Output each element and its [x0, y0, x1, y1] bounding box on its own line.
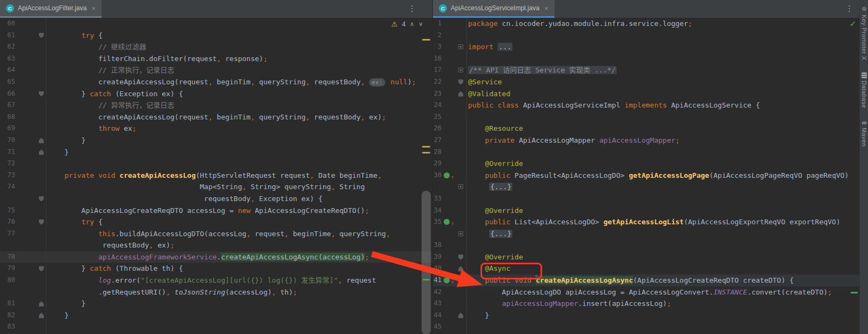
code-line[interactable]: + {...}	[433, 181, 860, 193]
code-line[interactable]: 2	[433, 30, 860, 42]
code-line[interactable]: 83	[0, 321, 432, 333]
code-line[interactable]: 63 filterChain.doFilter(request, respons…	[0, 53, 432, 65]
code-line[interactable]: 75 ApiAccessLogCreateReqDTO accessLog = …	[0, 205, 432, 217]
code-line[interactable]: 78 apiAccessLogFrameworkService.createAp…	[0, 251, 432, 263]
fold-close-icon[interactable]	[458, 313, 463, 318]
code-line[interactable]: 42 ApiAccessLogDO apiAccessLog = ApiAcce…	[433, 286, 860, 298]
warning-stripe-mark[interactable]	[422, 146, 430, 148]
code-line[interactable]: 73 private void createApiAccessLog(HttpS…	[0, 170, 432, 182]
more-icon[interactable]: ⋮	[845, 4, 853, 14]
close-icon[interactable]: ×	[91, 4, 96, 12]
fold-close-icon[interactable]	[39, 301, 44, 306]
fold-close-icon[interactable]	[458, 266, 463, 271]
code-line[interactable]: requestBody, Exception ex) {	[0, 193, 432, 205]
code-line[interactable]: 72	[0, 158, 432, 170]
fold-close-icon[interactable]	[39, 313, 44, 318]
fold-open-icon[interactable]	[39, 196, 44, 202]
tool-window-stripe: ⊚ Key Promoter X Database m Maven	[859, 0, 868, 334]
code-line[interactable]: 43 apiAccessLogMapper.insert(apiAccessLo…	[433, 298, 860, 310]
code-line[interactable]: 69 throw ex;	[0, 123, 432, 135]
scrollbar-thumb[interactable]	[422, 191, 431, 334]
code-line[interactable]: 39 @Override	[433, 251, 860, 263]
code-line[interactable]: 34 @Override	[433, 205, 860, 217]
code-token	[94, 171, 98, 179]
code-line[interactable]: 44 }	[433, 310, 860, 322]
code-line[interactable]: .getRequestURI(), toJsonString(accessLog…	[0, 286, 432, 298]
code-line[interactable]: 64 // 正常执行，记录日志	[0, 64, 432, 76]
code-line[interactable]: 76 try {	[0, 216, 432, 228]
code-line[interactable]: 61 try {	[0, 30, 432, 42]
fold-close-icon[interactable]	[39, 150, 44, 155]
left-editor[interactable]: 6061 try {62 // 继续过滤器63 filterChain.doFi…	[0, 18, 432, 334]
fold-open-icon[interactable]	[458, 255, 463, 260]
code-line[interactable]: 80 log.error("[createApiAccessLog][url({…	[0, 275, 432, 286]
tab-apiaccesslogfilter[interactable]: C ApiAccessLogFilter.java ×	[0, 0, 102, 16]
code-line[interactable]: 71 }	[0, 146, 432, 158]
fold-open-icon[interactable]	[39, 33, 44, 38]
line-number: 1	[433, 18, 442, 30]
code-line[interactable]: 67 // 异常执行，记录日志	[0, 99, 432, 111]
code-line[interactable]: 33	[433, 193, 860, 205]
change-stripe-mark[interactable]	[851, 292, 858, 293]
code-line[interactable]: 68 createApiAccessLog(request, beginTim,…	[0, 111, 432, 123]
inspection-widget[interactable]: ⚠ 4 ∧ ∨	[391, 20, 423, 28]
code-line[interactable]: 65 createApiAccessLog(request, beginTim,…	[0, 76, 432, 88]
code-line[interactable]: 27 private ApiAccessLogMapper apiAccessL…	[433, 135, 860, 146]
code-line[interactable]: 30↑ public PageResult<ApiAccessLogDO> ge…	[433, 170, 860, 182]
override-method-icon[interactable]	[444, 277, 450, 283]
warning-stripe-mark[interactable]	[422, 152, 430, 153]
change-stripe-mark[interactable]	[423, 279, 430, 280]
tab-apiaccesslogserviceimpl[interactable]: C ApiAccessLogServiceImpl.java ×	[433, 0, 555, 16]
tool-item-database[interactable]: Database	[860, 72, 868, 108]
tool-item-key-promoter-x[interactable]: ⊚ Key Promoter X	[860, 5, 868, 61]
right-editor[interactable]: 1package cn.iocoder.yudao.module.infra.s…	[433, 18, 860, 334]
close-icon[interactable]: ×	[544, 4, 549, 12]
override-method-icon[interactable]	[444, 219, 450, 225]
code-line[interactable]: 74 Map<String, String> queryString, Stri…	[0, 181, 432, 193]
tool-item-maven[interactable]: m Maven	[860, 119, 868, 147]
code-line[interactable]: 29 @Override	[433, 158, 860, 170]
code-line[interactable]: 60	[0, 18, 432, 30]
code-line[interactable]: 22@Service	[433, 76, 860, 88]
more-icon[interactable]: ⋮	[408, 4, 416, 14]
code-line[interactable]: + {...}	[433, 228, 860, 240]
fold-close-icon[interactable]	[458, 91, 463, 97]
override-method-icon[interactable]	[444, 172, 450, 178]
right-editor-pane: C ApiAccessLogServiceImpl.java × ⋮ 1pack…	[432, 0, 860, 334]
code-line[interactable]: 45	[433, 321, 860, 333]
code-line[interactable]: 79 } catch (Throwable th) {	[0, 263, 432, 275]
code-line[interactable]: 17+/** API 访问日志 Service 实现类 ...*/	[433, 64, 860, 76]
code-line[interactable]: 28	[433, 146, 860, 158]
code-line[interactable]: 3+import ...	[433, 41, 860, 53]
code-line[interactable]: 26 @Resource	[433, 123, 860, 135]
fold-close-icon[interactable]	[39, 138, 44, 143]
inspection-ok-icon: ✓	[850, 19, 857, 29]
code-line[interactable]: 35↑ public List<ApiAccessLogDO> getApiAc…	[433, 216, 860, 228]
code-line[interactable]: 70 }	[0, 135, 432, 146]
fold-expand-icon[interactable]: +	[458, 44, 463, 49]
code-line[interactable]: 77 this.buildApiAccessLogDTO(accessLog, …	[0, 228, 432, 240]
code-line[interactable]: 25	[433, 111, 860, 123]
code-line[interactable]: requestBody, ex);	[0, 239, 432, 251]
fold-expand-icon[interactable]: +	[458, 231, 463, 236]
code-line[interactable]: 82 }	[0, 310, 432, 322]
code-line[interactable]: 38	[433, 239, 860, 251]
fold-open-icon[interactable]	[39, 91, 44, 97]
fold-expand-icon[interactable]: +	[458, 184, 463, 189]
code-line[interactable]: 16	[433, 53, 860, 65]
warning-stripe-mark[interactable]	[422, 39, 430, 41]
fold-open-icon[interactable]	[458, 79, 463, 85]
code-line[interactable]: 62 // 继续过滤器	[0, 41, 432, 53]
fold-open-icon[interactable]	[39, 266, 44, 271]
code-line[interactable]: 24public class ApiAccessLogServiceImpl i…	[433, 99, 860, 111]
fold-expand-icon[interactable]: +	[458, 68, 463, 72]
code-line[interactable]: 23@Validated	[433, 88, 860, 100]
line-number: 22	[433, 76, 442, 88]
code-line[interactable]: 1package cn.iocoder.yudao.module.infra.s…	[433, 18, 860, 30]
code-line[interactable]: 66 } catch (Exception ex) {	[0, 88, 432, 100]
fold-open-icon[interactable]	[39, 219, 44, 225]
code-line[interactable]: 81 }	[0, 298, 432, 310]
code-token: }	[48, 299, 85, 308]
next-warning-icon[interactable]: ∨	[418, 21, 423, 28]
prev-warning-icon[interactable]: ∧	[410, 21, 414, 28]
